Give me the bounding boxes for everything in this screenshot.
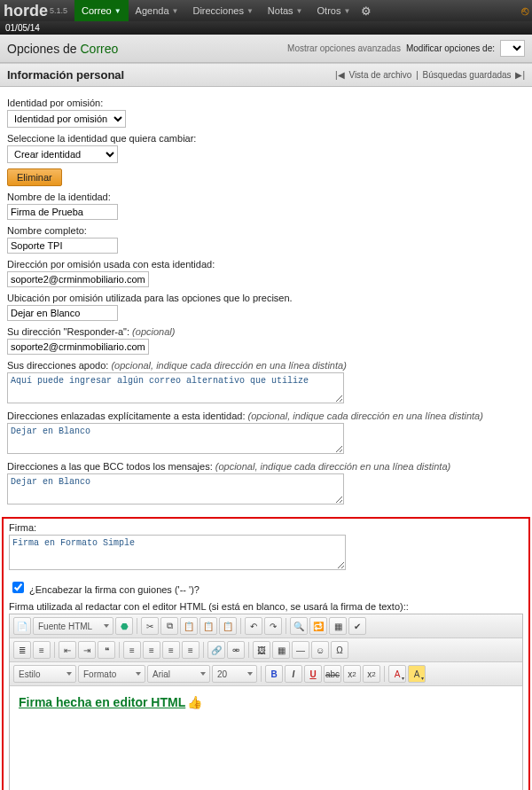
signature-section: Firma: Firma en Formato Simple ¿Encabeza… xyxy=(2,517,530,790)
identity-name-label: Nombre de la identidad: xyxy=(7,192,525,202)
cke-bold-icon[interactable]: B xyxy=(265,665,283,683)
brand-logo: horde xyxy=(4,2,48,20)
default-identity-select[interactable]: Identidad por omisión xyxy=(7,110,126,128)
cke-paste-text-icon[interactable]: 📋 xyxy=(200,617,217,635)
modify-options-select[interactable] xyxy=(500,40,525,57)
cke-center-icon[interactable]: ≡ xyxy=(143,641,160,659)
location-input[interactable] xyxy=(7,305,118,321)
cke-redo-icon[interactable]: ↷ xyxy=(264,617,282,635)
cke-format-combo[interactable]: Formato xyxy=(78,665,145,683)
bcc-textarea[interactable]: Dejar en Blanco xyxy=(7,473,344,505)
cke-ol-icon[interactable]: ≣ xyxy=(13,641,31,659)
tieaddr-textarea[interactable]: Dejar en Blanco xyxy=(7,423,344,454)
cke-indent-icon[interactable]: ⇥ xyxy=(78,641,96,659)
location-label: Ubicación por omisión utilizada para las… xyxy=(7,293,525,303)
cke-selectall-icon[interactable]: ▦ xyxy=(329,617,347,635)
menu-correo[interactable]: Correo▼ xyxy=(74,0,129,21)
cke-image-icon[interactable]: 🖼 xyxy=(253,641,270,659)
cke-char-icon[interactable]: Ω xyxy=(331,641,348,659)
cke-unlink-icon[interactable]: ⚮ xyxy=(227,641,245,659)
cke-style-combo[interactable]: Estilo xyxy=(13,665,76,683)
default-identity-label: Identidad por omisión: xyxy=(7,98,525,108)
cke-body[interactable]: Firma hecha en editor HTML👍 xyxy=(10,686,522,790)
cke-textcolor-icon[interactable]: A▾ xyxy=(388,665,406,683)
cke-underline-icon[interactable]: U xyxy=(304,665,322,683)
sig-dashes-label: ¿Encabezar la firma con guiones ('-- ')? xyxy=(29,584,200,595)
menu-otros[interactable]: Otros▼ xyxy=(310,0,358,21)
bcc-label: Direcciones a las que BCC todos los mens… xyxy=(7,461,525,472)
sig-dashes-checkbox[interactable] xyxy=(12,582,24,593)
cke-copy-icon[interactable]: ⧉ xyxy=(160,617,178,635)
signature-textarea[interactable]: Firma en Formato Simple xyxy=(9,535,346,570)
cke-italic-icon[interactable]: I xyxy=(285,665,302,683)
cke-hr-icon[interactable]: ― xyxy=(292,641,309,659)
fullname-input[interactable] xyxy=(7,238,118,254)
cke-content: Firma hecha en editor HTML xyxy=(19,695,185,709)
thumbs-up-icon: 👍 xyxy=(187,695,202,709)
modify-options-label: Modificar opciones de: xyxy=(406,43,495,53)
date-bar: 01/05/14 xyxy=(0,21,532,35)
cke-bgcolor-icon[interactable]: A▾ xyxy=(408,665,426,683)
cke-replace-icon[interactable]: 🔁 xyxy=(309,617,327,635)
identity-name-input[interactable] xyxy=(7,204,118,220)
signature-html-label: Firma utilizada al redactar con el edito… xyxy=(9,601,523,612)
cke-outdent-icon[interactable]: ⇤ xyxy=(59,641,76,659)
logout-icon[interactable]: ⎋ xyxy=(521,4,528,18)
cke-source-combo[interactable]: Fuente HTML xyxy=(33,617,113,635)
replyto-input[interactable] xyxy=(7,339,149,355)
gear-icon[interactable]: ⚙ xyxy=(361,4,372,18)
select-identity-select[interactable]: Crear identidad xyxy=(7,145,118,163)
cke-undo-icon[interactable]: ↶ xyxy=(245,617,262,635)
tieaddr-label: Direcciones enlazadas explícitamente a e… xyxy=(7,411,525,421)
html-editor: 📄 Fuente HTML ⬣ ✂ ⧉ 📋 📋 📋 ↶ ↷ 🔍 🔁 ▦ ✔ ≣ … xyxy=(9,614,523,790)
cke-ul-icon[interactable]: ≡ xyxy=(33,641,51,659)
default-addr-input[interactable] xyxy=(7,271,149,287)
nav-prev-icon[interactable]: |◀ xyxy=(335,70,345,80)
replyto-label: Su dirección "Responder-a": (opcional) xyxy=(7,326,525,337)
menu-agenda[interactable]: Agenda▼ xyxy=(129,0,186,21)
signature-label: Firma: xyxy=(9,522,523,533)
cke-spell-icon[interactable]: ✔ xyxy=(348,617,366,635)
cke-cut-icon[interactable]: ✂ xyxy=(141,617,159,635)
default-addr-label: Dirección por omisión usada con esta ide… xyxy=(7,259,525,270)
cke-find-icon[interactable]: 🔍 xyxy=(290,617,308,635)
cke-source-icon[interactable]: 📄 xyxy=(13,617,31,635)
select-identity-label: Seleccione la identidad que quiera cambi… xyxy=(7,133,525,144)
delete-button[interactable]: Eliminar xyxy=(7,168,62,186)
menu-notas[interactable]: Notas▼ xyxy=(261,0,310,21)
brand-version: 5.1.5 xyxy=(50,6,67,15)
cke-save-icon[interactable]: ⬣ xyxy=(115,617,133,635)
cke-paste-word-icon[interactable]: 📋 xyxy=(219,617,237,635)
cke-size-combo[interactable]: 20 xyxy=(212,665,257,683)
file-view-link[interactable]: Vista de archivo xyxy=(348,70,411,80)
cke-justify-icon[interactable]: ≡ xyxy=(182,641,200,659)
cke-sub-icon[interactable]: x2 xyxy=(343,665,361,683)
advanced-options-link[interactable]: Mostrar opciones avanzadas xyxy=(287,43,401,53)
cke-table-icon[interactable]: ▦ xyxy=(272,641,290,659)
menu-direcciones[interactable]: Direcciones▼ xyxy=(185,0,260,21)
cke-left-icon[interactable]: ≡ xyxy=(123,641,141,659)
alias-textarea[interactable]: Aquí puede ingresar algún correo alterna… xyxy=(7,372,344,403)
cke-strike-icon[interactable]: abc xyxy=(324,665,341,683)
cke-font-combo[interactable]: Arial xyxy=(147,665,210,683)
cke-paste-icon[interactable]: 📋 xyxy=(180,617,198,635)
cke-link-icon[interactable]: 🔗 xyxy=(207,641,225,659)
alias-label: Sus direcciones apodo: (opcional, indiqu… xyxy=(7,360,525,371)
fullname-label: Nombre completo: xyxy=(7,225,525,236)
saved-searches-link[interactable]: Búsquedas guardadas xyxy=(423,70,512,80)
cke-right-icon[interactable]: ≡ xyxy=(162,641,180,659)
page-title: Opciones de Correo xyxy=(7,42,118,56)
nav-next-icon[interactable]: ▶| xyxy=(515,70,525,80)
cke-sup-icon[interactable]: x2 xyxy=(363,665,380,683)
cke-quote-icon[interactable]: ❝ xyxy=(98,641,115,659)
cke-smiley-icon[interactable]: ☺ xyxy=(311,641,329,659)
section-title: Información personal xyxy=(7,68,124,82)
